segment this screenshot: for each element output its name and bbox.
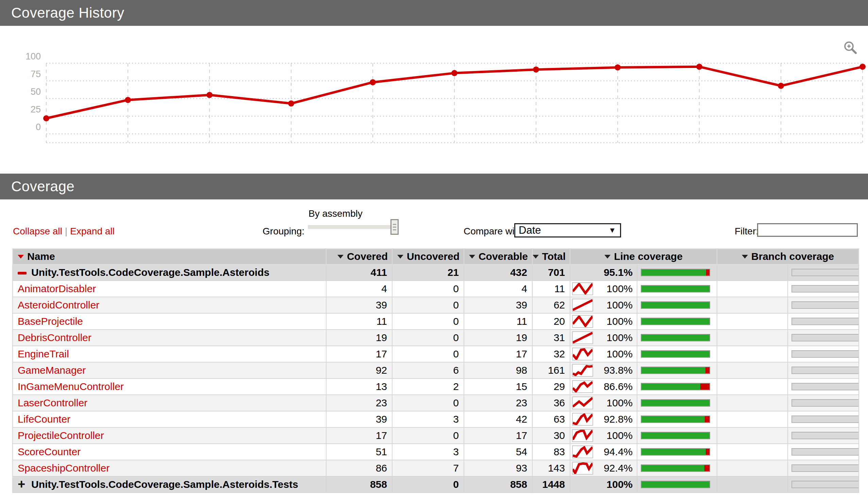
line-coverage-bar-cell <box>637 460 717 476</box>
table-row: ScoreCounter 51 3 54 83 94.4% <box>13 444 859 460</box>
uncovered-cell: 6 <box>392 362 464 378</box>
line-coverage-percent-cell: 86.6% <box>570 378 637 395</box>
branch-coverage-bar <box>791 415 859 423</box>
filter-input[interactable] <box>757 223 858 237</box>
header-covered[interactable]: Covered <box>326 249 392 264</box>
class-name-link[interactable]: GameManager <box>18 364 86 376</box>
collapse-all-link[interactable]: Collapse all <box>13 226 62 237</box>
line-coverage-percent-cell: 92.8% <box>570 411 637 427</box>
coverage-history-titlebar: Coverage History <box>0 0 868 26</box>
sort-arrow-icon <box>742 255 748 258</box>
branch-coverage-bar <box>791 318 859 325</box>
table-row: InGameMenuController 13 2 15 29 86.6% <box>13 378 859 395</box>
name-cell: ProjectileController <box>13 427 326 444</box>
branch-coverage-bar <box>791 285 859 292</box>
expand-all-link[interactable]: Expand all <box>70 226 115 237</box>
class-name-link[interactable]: AnimatorDisabler <box>18 283 96 294</box>
uncovered-cell: 21 <box>392 264 464 280</box>
line-coverage-percent: 92.8% <box>604 413 633 425</box>
line-coverage-percent: 86.6% <box>604 381 633 392</box>
header-line-coverage[interactable]: Line coverage <box>570 249 717 264</box>
history-sparkline <box>572 331 593 344</box>
class-name-link[interactable]: SpaceshipController <box>18 462 110 474</box>
chart-zoom-icon[interactable] <box>843 40 858 55</box>
grouping-slider-thumb[interactable] <box>391 219 399 235</box>
class-name-link[interactable]: ScoreCounter <box>18 446 81 457</box>
table-row: AnimatorDisabler 4 0 4 11 100% <box>13 280 859 297</box>
coverable-cell: 54 <box>464 444 532 460</box>
coverable-cell: 23 <box>464 395 532 411</box>
covered-cell: 11 <box>326 313 392 329</box>
coverage-controls: Collapse all|Expand all Grouping: By ass… <box>0 200 868 248</box>
uncovered-cell: 0 <box>392 346 464 362</box>
collapse-minus-icon[interactable] <box>18 272 27 274</box>
uncovered-cell: 3 <box>392 444 464 460</box>
class-name-link[interactable]: ProjectileController <box>18 430 104 441</box>
branch-coverage-bar <box>791 432 859 439</box>
name-cell: BaseProjectile <box>13 313 326 329</box>
header-name[interactable]: Name <box>13 249 326 264</box>
table-row: EngineTrail 17 0 17 32 100% <box>13 346 859 362</box>
header-uncovered[interactable]: Uncovered <box>392 249 464 264</box>
table-row: GameManager 92 6 98 161 93.8% <box>13 362 859 378</box>
line-coverage-bar-cell <box>637 411 717 427</box>
coverable-cell: 98 <box>464 362 532 378</box>
covered-cell: 17 <box>326 346 392 362</box>
sort-arrow-icon <box>604 255 610 258</box>
total-cell: 143 <box>532 460 570 476</box>
line-coverage-bar <box>641 301 710 309</box>
line-coverage-bar-cell <box>637 280 717 297</box>
uncovered-cell: 0 <box>392 395 464 411</box>
branch-coverage-bar-cell <box>788 264 859 280</box>
table-row: AsteroidController 39 0 39 62 100% <box>13 297 859 313</box>
branch-coverage-bar-cell <box>788 378 859 395</box>
covered-cell: 23 <box>326 395 392 411</box>
coverage-table: Name Covered Uncovered Coverable Total L… <box>12 248 859 493</box>
table-row: +Unity.TestTools.CodeCoverage.Sample.Ast… <box>13 476 859 493</box>
line-coverage-bar <box>641 366 710 374</box>
uncovered-cell: 0 <box>392 313 464 329</box>
header-coverable[interactable]: Coverable <box>464 249 532 264</box>
total-cell: 1448 <box>532 476 570 493</box>
sort-arrow-icon <box>469 255 475 258</box>
header-total[interactable]: Total <box>532 249 570 264</box>
uncovered-cell: 0 <box>392 427 464 444</box>
branch-coverage-percent-cell <box>717 362 788 378</box>
covered-cell: 4 <box>326 280 392 297</box>
branch-coverage-bar <box>791 448 859 456</box>
svg-text:0: 0 <box>36 122 41 132</box>
branch-coverage-bar <box>791 301 859 309</box>
line-coverage-bar-cell <box>637 264 717 280</box>
line-coverage-bar <box>641 269 710 276</box>
covered-cell: 19 <box>326 329 392 346</box>
class-name-link[interactable]: LaserController <box>18 397 87 408</box>
total-cell: 161 <box>532 362 570 378</box>
class-name-link[interactable]: EngineTrail <box>18 348 69 359</box>
branch-coverage-bar <box>791 366 859 374</box>
class-name-link[interactable]: DebrisController <box>18 332 92 343</box>
grouping-slider-track[interactable] <box>308 225 394 229</box>
compare-with-select[interactable]: Date ▼ <box>514 223 621 238</box>
line-coverage-bar <box>641 318 710 325</box>
class-name-link[interactable]: LifeCounter <box>18 413 70 425</box>
line-coverage-percent-cell: 100% <box>570 313 637 329</box>
coverage-titlebar: Coverage <box>0 174 868 200</box>
branch-coverage-percent-cell <box>717 460 788 476</box>
select-dropdown-arrow-icon: ▼ <box>608 226 616 235</box>
history-sparkline <box>572 413 593 426</box>
header-branch-coverage[interactable]: Branch coverage <box>717 249 859 264</box>
covered-cell: 92 <box>326 362 392 378</box>
table-row: LaserController 23 0 23 36 100% <box>13 395 859 411</box>
branch-coverage-bar <box>791 350 859 358</box>
expand-plus-icon[interactable]: + <box>18 479 28 489</box>
line-coverage-bar <box>641 383 710 390</box>
branch-coverage-bar-cell <box>788 297 859 313</box>
class-name-link[interactable]: AsteroidController <box>18 299 99 310</box>
table-row: BaseProjectile 11 0 11 20 100% <box>13 313 859 329</box>
class-name-link[interactable]: InGameMenuController <box>18 381 124 392</box>
branch-coverage-bar-cell <box>788 329 859 346</box>
coverable-cell: 39 <box>464 297 532 313</box>
sort-arrow-icon <box>338 255 344 258</box>
history-sparkline <box>572 364 593 377</box>
class-name-link[interactable]: BaseProjectile <box>18 315 83 327</box>
